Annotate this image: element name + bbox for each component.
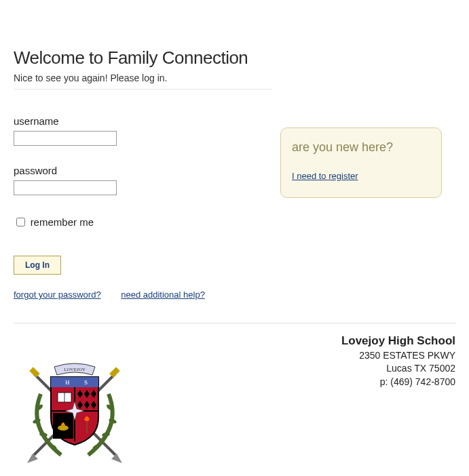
page-subtitle: Nice to see you again! Please log in. [14, 73, 271, 90]
new-user-title: are you new here? [292, 140, 430, 155]
svg-point-28 [58, 425, 69, 431]
footer-divider [14, 323, 455, 323]
login-button[interactable]: Log In [14, 256, 61, 275]
register-link[interactable]: I need to register [292, 171, 358, 181]
username-label: username [14, 115, 271, 127]
forgot-password-link[interactable]: forgot your password? [14, 290, 101, 300]
footer: LOVEJOY H S [14, 333, 455, 469]
svg-marker-5 [111, 454, 122, 463]
new-user-box: are you new here? I need to register [280, 127, 442, 198]
svg-marker-4 [27, 454, 38, 463]
username-input[interactable] [14, 131, 117, 146]
remember-label[interactable]: remember me [31, 216, 94, 228]
remember-checkbox[interactable] [16, 218, 25, 226]
svg-text:H: H [65, 379, 70, 386]
password-input[interactable] [14, 180, 117, 195]
svg-rect-2 [29, 367, 40, 378]
svg-text:S: S [84, 379, 88, 386]
login-form: username password remember me Log In for… [14, 96, 271, 300]
password-label: password [14, 165, 271, 176]
page-title: Welcome to Family Connection [14, 47, 455, 68]
school-crest-icon: LOVEJOY H S [20, 353, 129, 471]
svg-rect-3 [109, 367, 120, 378]
school-name: Lovejoy High School [14, 333, 455, 349]
svg-text:LOVEJOY: LOVEJOY [64, 367, 86, 372]
additional-help-link[interactable]: need additional help? [121, 290, 205, 300]
